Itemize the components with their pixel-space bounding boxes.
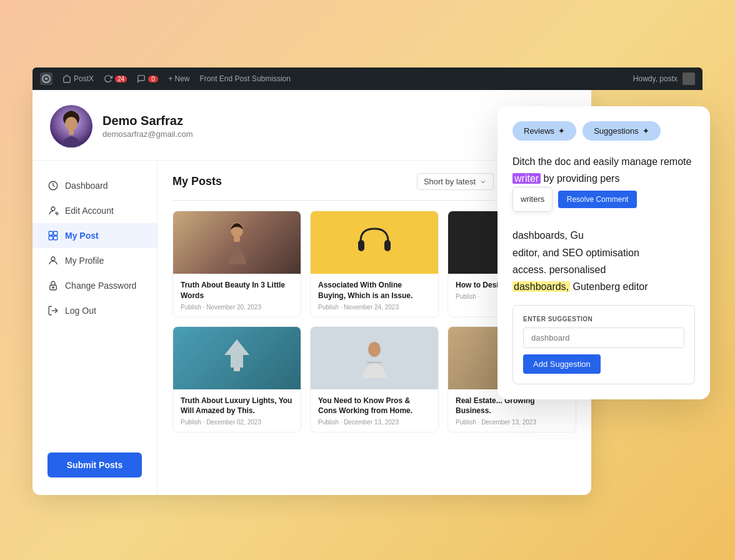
sort-label: Short by latest	[424, 177, 476, 186]
admin-avatar	[682, 72, 695, 85]
svg-point-12	[52, 287, 54, 288]
highlighted-word-writer: writer	[512, 173, 541, 184]
log-out-icon	[48, 305, 59, 316]
post-title: Associated With Online Buying, Which is …	[318, 280, 431, 301]
user-name: Demo Sarfraz	[102, 114, 193, 128]
svg-rect-19	[234, 368, 240, 371]
svg-rect-9	[54, 236, 58, 240]
sidebar-label-change-password: Change Password	[65, 281, 136, 291]
suggestion-input[interactable]	[523, 328, 684, 348]
comment-text: writers	[521, 192, 544, 206]
sidebar-label-my-profile: My Profile	[65, 256, 104, 266]
sidebar-nav: Dashboard Edit Account	[32, 173, 157, 440]
svg-point-10	[51, 257, 55, 261]
body-text-after: by providing pers	[541, 173, 619, 184]
post-card[interactable]: Associated With Online Buying, Which is …	[310, 211, 439, 318]
admin-bar-new[interactable]: + New	[168, 74, 189, 83]
body-text-access: access. personalised	[512, 264, 606, 275]
tab-reviews[interactable]: Reviews ✦	[512, 121, 576, 141]
tab-suggestions-label: Suggestions	[594, 126, 639, 136]
sidebar-label-dashboard: Dashboard	[65, 181, 108, 191]
user-info: Demo Sarfraz demosarfraz@gmail.com	[102, 114, 193, 139]
panel-tabs: Reviews ✦ Suggestions ✦	[512, 121, 695, 141]
avatar	[50, 105, 92, 148]
comment-popup: writers Resolve Comment	[512, 187, 695, 217]
suggestion-form: ENTER SUGGESTION Add Suggestion	[512, 305, 695, 384]
svg-rect-3	[69, 130, 74, 135]
svg-rect-6	[49, 231, 52, 235]
sidebar-label-my-post: My Post	[65, 231, 99, 241]
svg-point-20	[368, 342, 381, 357]
sidebar-item-edit-account[interactable]: Edit Account	[32, 198, 157, 223]
post-card[interactable]: Truth About Luxury Lights, You Will Amaz…	[172, 326, 301, 433]
suggestions-icon: ✦	[642, 126, 649, 136]
change-password-icon	[48, 280, 59, 291]
admin-bar-frontend-link[interactable]: Front End Post Submission	[200, 74, 291, 83]
body-text-editor: editor, and SEO optimisation	[512, 248, 639, 258]
svg-rect-15	[234, 237, 240, 242]
my-profile-icon	[48, 255, 59, 266]
sidebar-item-log-out[interactable]: Log Out	[32, 298, 157, 323]
edit-account-icon	[48, 205, 59, 216]
admin-bar-site[interactable]: PostX	[62, 74, 94, 83]
sidebar-item-change-password[interactable]: Change Password	[32, 273, 157, 298]
sidebar-item-dashboard[interactable]: Dashboard	[32, 173, 157, 198]
body-text-gutenberg: Gutenberg editor	[573, 281, 648, 292]
post-info: Associated With Online Buying, Which is …	[311, 274, 438, 317]
posts-title: My Posts	[172, 175, 409, 188]
tab-reviews-label: Reviews	[524, 126, 554, 136]
post-info: Truth About Beauty In 3 Little Words Pub…	[173, 274, 301, 317]
post-card[interactable]: You Need to Know Pros & Cons Working fro…	[310, 326, 439, 433]
sidebar-item-my-post[interactable]: My Post	[32, 223, 157, 248]
post-info: Truth About Luxury Lights, You Will Amaz…	[173, 389, 301, 432]
post-title: You Need to Know Pros & Cons Working fro…	[318, 396, 431, 417]
suggestion-label: ENTER SUGGESTION	[523, 316, 684, 322]
body-text-mid: dashboards, Gu	[512, 230, 584, 241]
home-icon	[62, 74, 71, 83]
comment-box: writers	[512, 187, 552, 212]
post-meta: Publish · November 24, 2023	[318, 304, 431, 311]
post-meta: Publish · November 20, 2023	[181, 304, 293, 311]
panel-content: Ditch the doc and easily manage remote w…	[512, 153, 695, 295]
post-title: Truth About Luxury Lights, You Will Amaz…	[181, 396, 293, 417]
submit-posts-button[interactable]: Submit Posts	[48, 452, 142, 478]
svg-point-5	[51, 207, 55, 211]
svg-point-2	[65, 117, 78, 131]
chevron-down-icon	[479, 178, 487, 186]
admin-bar-updates[interactable]: 24	[104, 74, 127, 83]
wp-admin-bar: PostX 24 0 + New Front End Post Submissi…	[32, 68, 702, 90]
svg-rect-8	[49, 236, 52, 240]
svg-rect-17	[384, 240, 391, 251]
sidebar: Dashboard Edit Account	[32, 161, 158, 495]
sidebar-item-my-profile[interactable]: My Profile	[32, 248, 157, 273]
post-card[interactable]: Truth About Beauty In 3 Little Words Pub…	[172, 211, 301, 318]
dashboard-icon	[48, 180, 59, 191]
sidebar-label-edit-account: Edit Account	[65, 206, 114, 216]
comments-icon	[137, 74, 146, 83]
admin-bar-right: Howdy, postx	[633, 72, 695, 85]
svg-marker-18	[224, 339, 249, 368]
svg-rect-21	[367, 362, 382, 363]
post-meta: Publish · December 13, 2023	[456, 419, 568, 426]
post-info: You Need to Know Pros & Cons Working fro…	[311, 389, 438, 432]
resolve-comment-button[interactable]: Resolve Comment	[558, 191, 638, 208]
add-suggestion-button[interactable]: Add Suggestion	[523, 354, 601, 374]
sort-dropdown[interactable]: Short by latest	[417, 173, 494, 190]
reviews-icon: ✦	[558, 126, 565, 136]
wp-logo-icon	[40, 72, 52, 85]
highlighted-word-dashboards: dashboards,	[512, 281, 570, 292]
svg-rect-7	[54, 231, 58, 235]
body-text-before: Ditch the doc and easily manage remote	[512, 156, 691, 167]
tab-suggestions[interactable]: Suggestions ✦	[582, 121, 661, 141]
admin-bar-comments[interactable]: 0	[137, 74, 158, 83]
post-title: Truth About Beauty In 3 Little Words	[181, 280, 293, 301]
my-post-icon	[48, 230, 59, 241]
suggestions-panel: Reviews ✦ Suggestions ✦ Ditch the doc an…	[498, 106, 710, 399]
post-meta: Publish · December 02, 2023	[181, 419, 293, 426]
user-email: demosarfraz@gmail.com	[102, 129, 193, 139]
admin-bar-howdy: Howdy, postx	[633, 74, 678, 83]
sidebar-label-log-out: Log Out	[65, 306, 96, 316]
updates-icon	[104, 74, 112, 83]
post-meta: Publish · December 13, 2023	[318, 419, 431, 426]
svg-rect-16	[358, 240, 364, 251]
